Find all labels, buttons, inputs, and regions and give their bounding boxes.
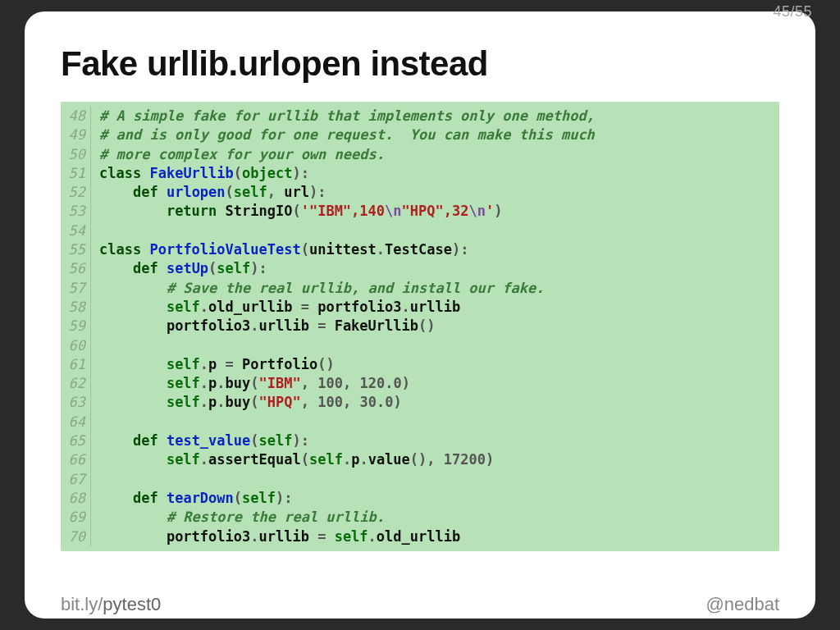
code-content: def urlopen(self, url): [99, 183, 773, 202]
line-number: 56 [61, 259, 91, 278]
code-line: 51class FakeUrllib(object): [61, 164, 773, 183]
page-counter: 45/55 [773, 3, 812, 21]
code-content [99, 336, 773, 355]
line-number: 69 [61, 508, 91, 527]
line-number: 55 [61, 240, 91, 259]
code-content: portfolio3.urllib = self.old_urllib [99, 527, 773, 546]
line-number: 52 [61, 183, 91, 202]
code-line: 48# A simple fake for urllib that implem… [61, 107, 773, 126]
slide: 45/55 Fake urllib.urlopen instead 48# A … [25, 11, 815, 619]
code-line: 62 self.p.buy("IBM", 100, 120.0) [61, 374, 773, 393]
code-line: 57 # Save the real urllib, and install o… [61, 279, 773, 298]
code-content: # and is only good for one request. You … [99, 126, 773, 144]
line-number: 57 [61, 279, 91, 298]
code-content: self.p.buy("HPQ", 100, 30.0) [99, 393, 773, 412]
code-content: self.assertEqual(self.p.value(), 17200) [99, 450, 773, 469]
code-content [99, 221, 773, 240]
line-number: 67 [61, 470, 91, 489]
code-content [99, 413, 773, 431]
code-content: # Save the real urllib, and install our … [99, 279, 773, 298]
line-number: 66 [61, 450, 91, 469]
code-content: # more complex for your own needs. [99, 145, 773, 164]
code-content: def tearDown(self): [99, 489, 773, 508]
code-block: 48# A simple fake for urllib that implem… [61, 102, 779, 551]
code-line: 58 self.old_urllib = portfolio3.urllib [61, 298, 773, 317]
line-number: 48 [61, 107, 91, 126]
code-content: class FakeUrllib(object): [99, 164, 773, 183]
line-number: 62 [61, 374, 91, 393]
slide-footer: bit.ly/pytest0 @nedbat [61, 594, 779, 615]
line-number: 54 [61, 221, 91, 240]
footer-link: bit.ly/pytest0 [61, 594, 161, 615]
code-content: # A simple fake for urllib that implemen… [99, 107, 773, 126]
line-number: 64 [61, 413, 91, 431]
line-number: 63 [61, 393, 91, 412]
line-number: 68 [61, 489, 91, 508]
line-number: 70 [61, 527, 91, 546]
code-line: 67 [61, 470, 773, 489]
code-content: self.p.buy("IBM", 100, 120.0) [99, 374, 773, 393]
line-number: 50 [61, 145, 91, 164]
code-content: def test_value(self): [99, 431, 773, 450]
page-current: 45 [773, 3, 790, 20]
code-line: 50# more complex for your own needs. [61, 145, 773, 164]
code-line: 60 [61, 336, 773, 355]
code-content: self.p = Portfolio() [99, 355, 773, 374]
page-total: 55 [795, 3, 812, 20]
code-line: 65 def test_value(self): [61, 431, 773, 450]
code-line: 55class PortfolioValueTest(unittest.Test… [61, 240, 773, 259]
slide-title: Fake urllib.urlopen instead [61, 44, 779, 84]
code-line: 68 def tearDown(self): [61, 489, 773, 508]
code-line: 56 def setUp(self): [61, 259, 773, 278]
code-line: 53 return StringIO('"IBM",140\n"HPQ",32\… [61, 202, 773, 221]
line-number: 49 [61, 126, 91, 144]
code-line: 63 self.p.buy("HPQ", 100, 30.0) [61, 393, 773, 412]
footer-link-tail: pytest0 [103, 594, 161, 614]
code-content: return StringIO('"IBM",140\n"HPQ",32\n') [99, 202, 773, 221]
code-content [99, 470, 773, 489]
code-content: self.old_urllib = portfolio3.urllib [99, 298, 773, 317]
line-number: 59 [61, 317, 91, 336]
line-number: 53 [61, 202, 91, 221]
code-line: 49# and is only good for one request. Yo… [61, 126, 773, 144]
code-content: portfolio3.urllib = FakeUrllib() [99, 317, 773, 336]
footer-handle: @nedbat [705, 594, 779, 615]
code-content: class PortfolioValueTest(unittest.TestCa… [99, 240, 773, 259]
code-line: 70 portfolio3.urllib = self.old_urllib [61, 527, 773, 546]
footer-link-head: bit.ly/ [61, 594, 103, 614]
code-line: 59 portfolio3.urllib = FakeUrllib() [61, 317, 773, 336]
line-number: 61 [61, 355, 91, 374]
code-line: 64 [61, 413, 773, 431]
line-number: 65 [61, 431, 91, 450]
code-line: 52 def urlopen(self, url): [61, 183, 773, 202]
code-line: 69 # Restore the real urllib. [61, 508, 773, 527]
line-number: 58 [61, 298, 91, 317]
code-line: 61 self.p = Portfolio() [61, 355, 773, 374]
code-content: def setUp(self): [99, 259, 773, 278]
line-number: 51 [61, 164, 91, 183]
code-content: # Restore the real urllib. [99, 508, 773, 527]
code-line: 66 self.assertEqual(self.p.value(), 1720… [61, 450, 773, 469]
line-number: 60 [61, 336, 91, 355]
code-line: 54 [61, 221, 773, 240]
